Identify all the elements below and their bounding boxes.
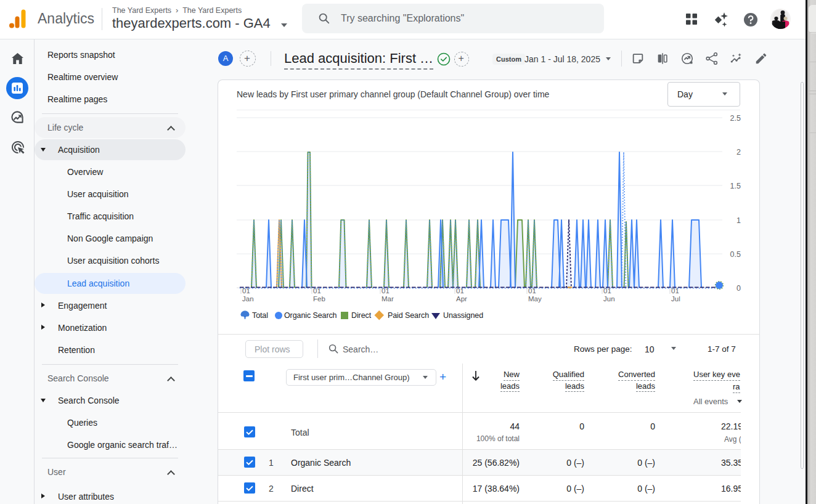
svg-text:Mar: Mar — [381, 295, 394, 303]
svg-text:Jul: Jul — [671, 295, 680, 303]
svg-text:01: 01 — [603, 287, 611, 295]
svg-text:0: 0 — [736, 284, 741, 293]
svg-text:1: 1 — [736, 216, 741, 225]
svg-text:01: 01 — [456, 287, 464, 295]
svg-text:Apr: Apr — [456, 295, 467, 303]
svg-text:1.5: 1.5 — [730, 182, 741, 190]
svg-text:01: 01 — [242, 287, 250, 295]
svg-text:Jun: Jun — [603, 295, 615, 303]
svg-text:01: 01 — [528, 287, 536, 295]
svg-text:0.5: 0.5 — [730, 250, 741, 259]
svg-text:Jan: Jan — [242, 295, 254, 303]
svg-text:2: 2 — [736, 148, 741, 156]
svg-text:May: May — [528, 295, 542, 303]
svg-text:01: 01 — [381, 287, 390, 295]
svg-text:Feb: Feb — [313, 295, 325, 303]
svg-text:2.5: 2.5 — [730, 114, 741, 123]
svg-text:01: 01 — [671, 287, 679, 295]
svg-text:01: 01 — [313, 287, 321, 295]
